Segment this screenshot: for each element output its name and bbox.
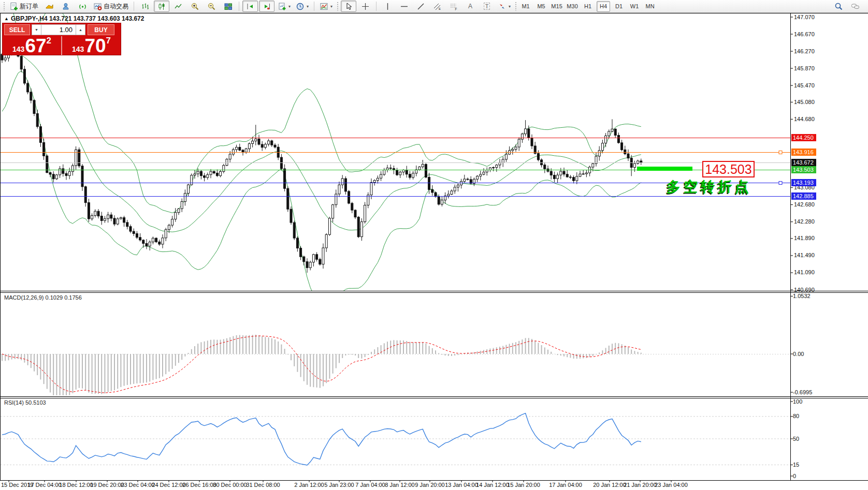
- bollinger-middle: [2, 30, 641, 232]
- candle-body: [175, 213, 177, 219]
- candle-body: [271, 141, 273, 145]
- buy-button[interactable]: BUY: [88, 24, 114, 35]
- candle-body: [52, 174, 54, 179]
- candle-body: [91, 216, 93, 219]
- candle-body: [351, 203, 353, 210]
- candle-body: [287, 188, 289, 209]
- candle-body: [598, 151, 600, 156]
- candle-body: [223, 166, 225, 172]
- candle-body: [43, 142, 45, 156]
- candle-body: [563, 171, 565, 174]
- buy-price-sup: 7: [106, 37, 111, 44]
- candle-body: [454, 187, 456, 191]
- candle-body: [409, 174, 411, 177]
- candle-body: [88, 203, 90, 219]
- candle-body: [435, 192, 437, 197]
- candle-body: [94, 211, 96, 215]
- candle-body: [261, 144, 263, 147]
- sell-price[interactable]: 143 67 2: [3, 36, 61, 56]
- candle-body: [341, 179, 343, 185]
- candle-body: [20, 56, 22, 69]
- candle-body: [486, 170, 488, 172]
- candle-body: [550, 171, 552, 175]
- candle-body: [136, 234, 138, 237]
- candle-body: [293, 222, 295, 238]
- candle-body: [97, 211, 99, 216]
- symbol-collapse-icon[interactable]: ▲: [4, 16, 9, 21]
- macd-pane[interactable]: [1, 335, 790, 395]
- candle-body: [146, 244, 148, 246]
- candle-body: [226, 159, 228, 166]
- candle-body: [415, 170, 417, 173]
- candle-body: [480, 174, 482, 176]
- candle-body: [377, 178, 379, 180]
- candle-body: [229, 154, 231, 159]
- sell-button[interactable]: SELL: [4, 24, 30, 35]
- candle-body: [569, 177, 571, 177]
- buy-price[interactable]: 143 70 7: [62, 36, 121, 56]
- volume-decrease-button[interactable]: ▼: [32, 24, 41, 35]
- candle-body: [149, 242, 151, 246]
- candle-body: [579, 174, 581, 176]
- candle-body: [328, 218, 330, 234]
- chart-canvas[interactable]: [0, 0, 868, 490]
- candle-body: [187, 185, 190, 193]
- one-click-trading-panel: SELL ▼ ▲ BUY 143 67 2 143 70 7: [2, 23, 121, 55]
- candle-body: [300, 248, 302, 257]
- candle-body: [158, 242, 161, 244]
- mt4-window: 新订单 自动交易: [0, 0, 868, 490]
- candle-body: [344, 179, 346, 191]
- annotation-text[interactable]: 多空转折点: [667, 177, 752, 196]
- candle-body: [181, 202, 183, 209]
- candle-body: [396, 170, 398, 175]
- candle-body: [425, 165, 427, 177]
- candle-body: [325, 234, 327, 248]
- candle-body: [360, 222, 363, 237]
- candle-body: [614, 129, 616, 135]
- sell-price-big: 67: [25, 38, 46, 54]
- candle-body: [566, 174, 568, 177]
- sell-price-small: 143: [12, 44, 24, 54]
- candle-body: [303, 257, 305, 262]
- candle-body: [592, 164, 594, 167]
- candle-body: [544, 165, 546, 169]
- candle-body: [354, 210, 356, 217]
- highlight-segment[interactable]: [637, 167, 692, 171]
- candle-body: [142, 240, 144, 244]
- rsi-line: [2, 413, 641, 465]
- candle-body: [168, 225, 170, 230]
- rsi-pane[interactable]: [1, 413, 790, 465]
- candle-body: [220, 172, 222, 176]
- candle-body: [30, 92, 32, 100]
- candle-body: [541, 160, 543, 165]
- volume-input[interactable]: [41, 24, 76, 35]
- candle-body: [428, 177, 430, 190]
- candle-body: [39, 127, 41, 143]
- candle-body: [178, 209, 180, 213]
- candle-body: [383, 170, 385, 174]
- candle-body: [155, 238, 157, 242]
- candle-body: [65, 173, 67, 175]
- candle-body: [582, 174, 584, 174]
- candle-body: [338, 185, 340, 194]
- candle-body: [210, 171, 212, 174]
- volume-increase-button[interactable]: ▲: [76, 24, 85, 35]
- candle-body: [528, 129, 530, 138]
- candle-body: [264, 144, 266, 147]
- line-handle[interactable]: [779, 151, 782, 154]
- candle-body: [236, 147, 238, 150]
- candle-body: [139, 237, 141, 240]
- candle-body: [120, 218, 122, 219]
- candle-body: [380, 174, 382, 178]
- candle-body: [171, 219, 173, 226]
- candle-body: [232, 150, 234, 154]
- candle-body: [84, 187, 86, 203]
- candle-body: [531, 138, 533, 146]
- candle-body: [422, 165, 424, 167]
- candle-body: [126, 222, 128, 227]
- candle-body: [100, 216, 103, 221]
- candle-body: [312, 255, 314, 262]
- candle-body: [274, 145, 276, 147]
- line-handle[interactable]: [779, 182, 782, 185]
- price-callout-box[interactable]: 143.503: [702, 161, 755, 177]
